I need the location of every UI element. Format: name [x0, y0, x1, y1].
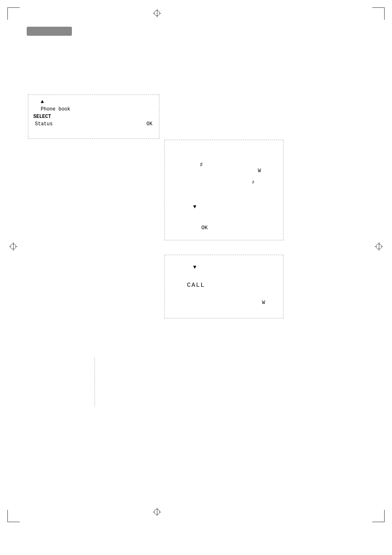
status-row: Status OK: [33, 121, 154, 127]
middle-box-content: ♯ W ♯ ▼ OK: [171, 144, 277, 236]
down-arrow-icon-call: ▼: [193, 264, 196, 270]
hash-icon-2: ♯: [251, 179, 255, 186]
crosshair-top: [153, 9, 161, 17]
phonebook-box: ▲ Phone book SELECT Status OK: [28, 94, 159, 139]
call-box: ▼ CALL W: [164, 255, 284, 318]
down-arrow-icon-middle: ▼: [193, 204, 196, 210]
select-label: SELECT: [33, 113, 154, 120]
middle-box: ♯ W ♯ ▼ OK: [164, 140, 284, 240]
call-label: CALL: [187, 282, 205, 289]
crosshair-bottom: [153, 508, 161, 516]
w-label-call: W: [262, 300, 265, 306]
status-value: OK: [147, 121, 152, 127]
crosshair-left: [9, 242, 17, 251]
corner-mark-br: [372, 510, 385, 522]
phonebook-label: Phone book: [41, 106, 154, 113]
hash-icon-1: ♯: [199, 161, 203, 169]
corner-mark-tr: [372, 7, 385, 20]
corner-mark-bl: [7, 510, 20, 522]
w-label-1: W: [258, 168, 261, 174]
call-box-content: ▼ CALL W: [171, 259, 277, 314]
crosshair-right: [375, 242, 383, 251]
status-label: Status: [35, 121, 53, 127]
header-bar: [27, 27, 72, 36]
corner-mark-tl: [7, 7, 20, 20]
dashed-vertical-line: [95, 357, 95, 407]
up-arrow-icon: ▲: [41, 98, 154, 106]
ok-label: OK: [201, 225, 208, 231]
